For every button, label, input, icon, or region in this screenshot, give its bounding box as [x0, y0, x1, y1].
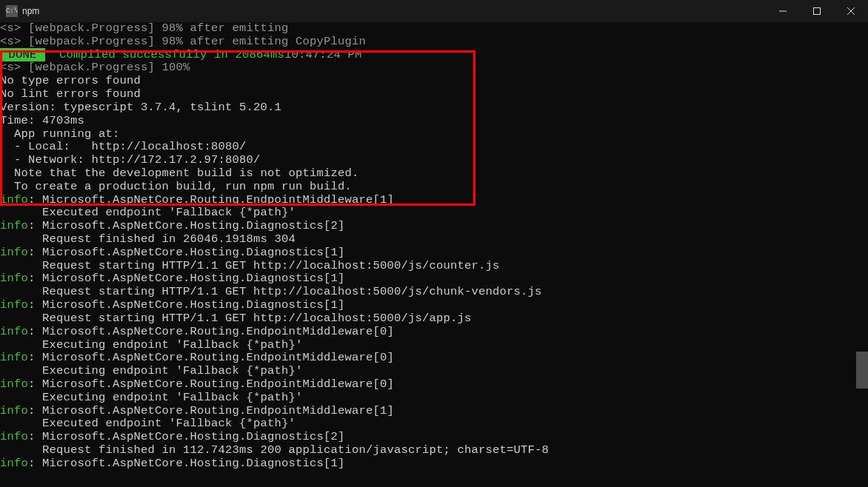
- text-segment: - Network: http://172.17.2.97:8080/: [0, 153, 261, 167]
- text-segment: info: [0, 298, 28, 312]
- terminal-line: Executed endpoint 'Fallback {*path}': [0, 206, 868, 220]
- text-segment: : Microsoft.AspNetCore.Routing.EndpointM…: [28, 377, 394, 391]
- terminal-line: Request starting HTTP/1.1 GET http://loc…: [0, 260, 868, 273]
- text-segment: info: [0, 377, 28, 391]
- text-segment: info: [0, 404, 28, 417]
- text-segment: info: [0, 325, 28, 338]
- text-segment: : Microsoft.AspNetCore.Hosting.Diagnosti…: [28, 430, 345, 443]
- text-segment: - Local: http://localhost:8080/: [0, 140, 247, 153]
- terminal-line: info: Microsoft.AspNetCore.Hosting.Diagn…: [0, 220, 868, 233]
- text-segment: Executing endpoint 'Fallback {*path}': [0, 391, 303, 404]
- terminal-line: DONE Compiled successfully in 20864ms10:…: [0, 49, 868, 62]
- app-icon: C:\: [6, 5, 18, 17]
- terminal-line: No lint errors found: [0, 88, 868, 101]
- text-segment: <s> [webpack.Progress] 98% after emittin…: [0, 35, 366, 48]
- text-segment: : Microsoft.AspNetCore.Routing.EndpointM…: [28, 404, 394, 417]
- text-segment: info: [0, 457, 28, 470]
- text-segment: Executed endpoint 'Fallback {*path}': [0, 206, 296, 219]
- terminal-line: info: Microsoft.AspNetCore.Hosting.Diagn…: [0, 299, 868, 312]
- terminal-output[interactable]: <s> [webpack.Progress] 98% after emittin…: [0, 22, 868, 471]
- scrollbar-vertical[interactable]: [856, 22, 868, 487]
- terminal-line: Request starting HTTP/1.1 GET http://loc…: [0, 312, 868, 326]
- terminal-line: info: Microsoft.AspNetCore.Routing.Endpo…: [0, 194, 868, 207]
- terminal-line: - Local: http://localhost:8080/: [0, 141, 868, 154]
- text-segment: : Microsoft.AspNetCore.Hosting.Diagnosti…: [28, 298, 345, 312]
- text-segment: Time: 4703ms: [0, 114, 84, 127]
- text-segment: Request starting HTTP/1.1 GET http://loc…: [0, 285, 542, 298]
- text-segment: : Microsoft.AspNetCore.Hosting.Diagnosti…: [28, 457, 345, 470]
- window-controls: [766, 0, 868, 22]
- text-segment: info: [0, 430, 28, 443]
- text-segment: info: [0, 219, 28, 232]
- text-segment: DONE: [0, 48, 45, 61]
- text-segment: Request finished in 26046.1918ms 304: [0, 232, 296, 246]
- text-segment: : Microsoft.AspNetCore.Routing.EndpointM…: [28, 193, 394, 206]
- text-segment: : Microsoft.AspNetCore.Routing.EndpointM…: [28, 351, 394, 364]
- text-segment: info: [0, 193, 28, 206]
- terminal-line: Request finished in 26046.1918ms 304: [0, 233, 868, 246]
- titlebar[interactable]: C:\ npm: [0, 0, 868, 22]
- text-segment: <s> [webpack.Progress] 100%: [0, 61, 190, 74]
- terminal-line: Executing endpoint 'Fallback {*path}': [0, 339, 868, 352]
- maximize-button[interactable]: [800, 0, 834, 22]
- text-segment: Version: typescript 3.7.4, tslint 5.20.1: [0, 101, 281, 114]
- terminal-line: info: Microsoft.AspNetCore.Hosting.Diagn…: [0, 431, 868, 444]
- text-segment: Executing endpoint 'Fallback {*path}': [0, 338, 303, 352]
- terminal-line: To create a production build, run npm ru…: [0, 181, 868, 194]
- svg-rect-1: [814, 8, 821, 15]
- window-title: npm: [22, 6, 39, 16]
- terminal-line: - Network: http://172.17.2.97:8080/: [0, 154, 868, 167]
- text-segment: No type errors found: [0, 74, 141, 87]
- close-button[interactable]: [834, 0, 868, 22]
- terminal-line: Executing endpoint 'Fallback {*path}': [0, 392, 868, 405]
- terminal-line: Time: 4703ms: [0, 115, 868, 128]
- text-segment: info: [0, 351, 28, 364]
- text-segment: Compiled successfully in 20864ms: [59, 48, 284, 61]
- text-segment: Executing endpoint 'Fallback {*path}': [0, 364, 303, 377]
- text-segment: 10:47:24 PM: [284, 48, 362, 61]
- text-segment: <s> [webpack.Progress] 98% after emittin…: [0, 21, 289, 35]
- terminal-line: info: Microsoft.AspNetCore.Hosting.Diagn…: [0, 457, 868, 471]
- scrollbar-thumb[interactable]: [856, 352, 868, 389]
- text-segment: : Microsoft.AspNetCore.Routing.EndpointM…: [28, 325, 394, 338]
- terminal-line: Request starting HTTP/1.1 GET http://loc…: [0, 286, 868, 299]
- text-segment: : Microsoft.AspNetCore.Hosting.Diagnosti…: [28, 246, 345, 259]
- text-segment: : Microsoft.AspNetCore.Hosting.Diagnosti…: [28, 272, 345, 285]
- text-segment: [45, 48, 59, 61]
- terminal-line: Executed endpoint 'Fallback {*path}': [0, 417, 868, 431]
- text-segment: Note that the development build is not o…: [0, 167, 359, 180]
- terminal-line: App running at:: [0, 128, 868, 141]
- terminal-line: Version: typescript 3.7.4, tslint 5.20.1: [0, 101, 868, 115]
- terminal-line: info: Microsoft.AspNetCore.Routing.Endpo…: [0, 352, 868, 365]
- terminal-line: info: Microsoft.AspNetCore.Routing.Endpo…: [0, 405, 868, 418]
- terminal-line: Request finished in 112.7423ms 200 appli…: [0, 444, 868, 457]
- text-segment: App running at:: [0, 127, 120, 141]
- text-segment: Request starting HTTP/1.1 GET http://loc…: [0, 259, 500, 272]
- terminal-line: <s> [webpack.Progress] 98% after emittin…: [0, 36, 868, 49]
- terminal-line: Note that the development build is not o…: [0, 167, 868, 181]
- text-segment: info: [0, 246, 28, 259]
- minimize-button[interactable]: [766, 0, 800, 22]
- text-segment: : Microsoft.AspNetCore.Hosting.Diagnosti…: [28, 219, 345, 232]
- terminal-line: No type errors found: [0, 75, 868, 88]
- text-segment: To create a production build, run npm ru…: [0, 180, 352, 193]
- text-segment: No lint errors found: [0, 87, 141, 101]
- text-segment: Request starting HTTP/1.1 GET http://loc…: [0, 312, 472, 325]
- terminal-line: <s> [webpack.Progress] 98% after emittin…: [0, 22, 868, 36]
- terminal-line: info: Microsoft.AspNetCore.Hosting.Diagn…: [0, 246, 868, 260]
- terminal-line: Executing endpoint 'Fallback {*path}': [0, 365, 868, 378]
- text-segment: Executed endpoint 'Fallback {*path}': [0, 417, 296, 430]
- terminal-line: info: Microsoft.AspNetCore.Routing.Endpo…: [0, 378, 868, 392]
- terminal-line: info: Microsoft.AspNetCore.Hosting.Diagn…: [0, 272, 868, 286]
- text-segment: Request finished in 112.7423ms 200 appli…: [0, 443, 549, 457]
- text-segment: info: [0, 272, 28, 285]
- terminal-line: info: Microsoft.AspNetCore.Routing.Endpo…: [0, 326, 868, 339]
- terminal-line: <s> [webpack.Progress] 100%: [0, 61, 868, 75]
